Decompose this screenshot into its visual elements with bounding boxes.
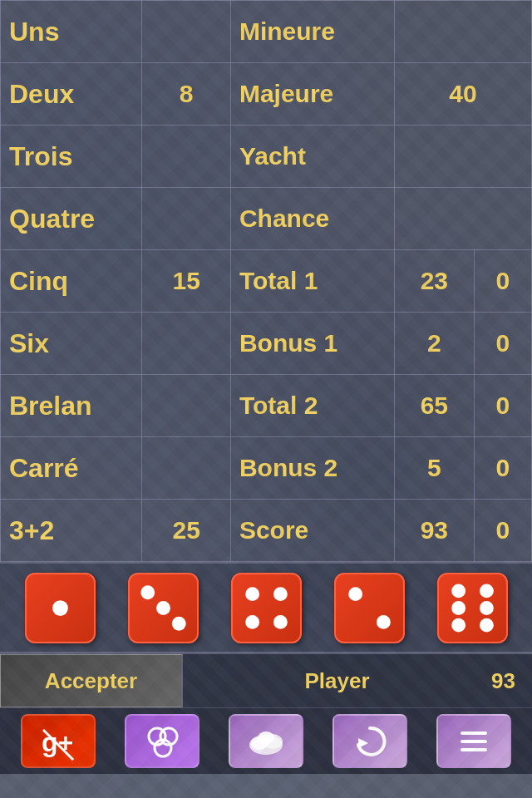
row-value-right[interactable]: 5 [394, 437, 474, 500]
svg-point-14 [451, 618, 466, 632]
svg-point-24 [258, 732, 274, 745]
score-table: UnsMineureDeux8Majeure40TroisYachtQuatre… [0, 0, 532, 562]
svg-rect-27 [461, 740, 487, 743]
row-value-right[interactable]: 40 [394, 63, 531, 126]
table-row: SixBonus 120 [1, 313, 532, 375]
table-row: QuatreChance [1, 188, 532, 250]
row-label-left[interactable]: Deux [1, 63, 142, 126]
row-value-left[interactable]: 25 [142, 500, 231, 562]
row-value-right[interactable] [394, 126, 531, 188]
table-row: 3+225Score930 [1, 500, 532, 562]
table-row: UnsMineure [1, 1, 532, 63]
svg-point-13 [479, 601, 493, 615]
row-label-left[interactable]: Quatre [1, 188, 142, 250]
die-2[interactable] [128, 573, 199, 643]
row-label-left[interactable]: Cinq [1, 250, 142, 313]
row-value-left[interactable]: 15 [142, 250, 231, 313]
row-value-right[interactable]: 65 [394, 375, 474, 437]
row-value-left[interactable]: 8 [142, 63, 231, 126]
row-label-right[interactable]: Total 2 [230, 375, 394, 437]
row-value-right[interactable]: 2 [394, 313, 474, 375]
table-row: CarréBonus 250 [1, 437, 532, 500]
dice-area [0, 562, 532, 653]
cloud-button[interactable] [229, 714, 303, 768]
app-background: UnsMineureDeux8Majeure40TroisYachtQuatre… [0, 0, 532, 798]
svg-point-10 [451, 584, 466, 598]
menu-icon [454, 722, 494, 761]
google-plus-icon: g+ [38, 722, 78, 761]
refresh-icon [350, 722, 390, 761]
row-label-left[interactable]: Trois [1, 126, 142, 188]
svg-point-6 [245, 614, 259, 628]
table-row: BrelanTotal 2650 [1, 375, 532, 437]
row-value-extra: 0 [474, 500, 531, 562]
row-value-right[interactable]: 93 [394, 500, 474, 562]
row-label-right[interactable]: Bonus 2 [230, 437, 394, 500]
svg-marker-25 [358, 738, 368, 748]
svg-point-9 [376, 614, 390, 628]
svg-point-8 [348, 587, 362, 601]
svg-point-3 [171, 616, 185, 630]
row-label-right[interactable]: Total 1 [230, 250, 394, 313]
row-value-left[interactable] [142, 188, 231, 250]
row-value-left[interactable] [142, 126, 231, 188]
player-bar: Accepter Player 93 [0, 653, 532, 707]
row-label-right[interactable]: Chance [230, 188, 394, 250]
svg-rect-26 [461, 732, 487, 735]
table-row: Deux8Majeure40 [1, 63, 532, 126]
menu-button[interactable] [436, 714, 511, 768]
player-score: 93 [491, 668, 532, 694]
table-row: TroisYacht [1, 126, 532, 188]
svg-point-12 [451, 601, 466, 615]
row-value-extra: 0 [474, 313, 531, 375]
svg-point-1 [140, 585, 155, 599]
row-label-right[interactable]: Mineure [230, 1, 394, 63]
google-plus-button[interactable]: g+ [21, 714, 96, 768]
die-4[interactable] [334, 573, 405, 643]
svg-rect-28 [461, 748, 487, 751]
row-label-right[interactable]: Bonus 1 [230, 313, 394, 375]
svg-point-5 [273, 587, 287, 601]
bottom-toolbar: g+ [0, 707, 532, 774]
svg-point-2 [156, 601, 170, 615]
row-label-left[interactable]: Carré [1, 437, 142, 500]
die-1[interactable] [25, 573, 96, 643]
row-value-right[interactable] [394, 1, 531, 63]
row-value-right[interactable] [394, 188, 531, 250]
circles-button[interactable] [125, 714, 200, 768]
row-value-extra: 0 [474, 437, 531, 500]
cloud-icon [244, 722, 288, 761]
row-value-extra: 0 [474, 375, 531, 437]
circles-icon [142, 722, 182, 761]
row-label-right[interactable]: Majeure [230, 63, 394, 126]
row-value-right[interactable]: 23 [394, 250, 474, 313]
row-label-left[interactable]: 3+2 [1, 500, 142, 562]
player-label: Player [183, 668, 491, 694]
row-label-left[interactable]: Brelan [1, 375, 142, 437]
table-row: Cinq15Total 1230 [1, 250, 532, 313]
row-label-right[interactable]: Score [230, 500, 394, 562]
row-value-left[interactable] [142, 437, 231, 500]
refresh-button[interactable] [332, 714, 407, 768]
row-value-left[interactable] [142, 1, 231, 63]
row-label-left[interactable]: Six [1, 313, 142, 375]
row-label-left[interactable]: Uns [1, 1, 142, 63]
svg-point-15 [479, 618, 493, 632]
svg-point-7 [273, 614, 287, 628]
svg-point-0 [52, 600, 68, 616]
svg-point-4 [245, 587, 259, 601]
row-value-extra: 0 [474, 250, 531, 313]
accept-button[interactable]: Accepter [0, 654, 183, 707]
accept-label: Accepter [45, 668, 137, 694]
svg-point-11 [479, 584, 493, 598]
die-3[interactable] [231, 573, 302, 643]
die-5[interactable] [437, 573, 508, 643]
row-value-left[interactable] [142, 313, 231, 375]
row-label-right[interactable]: Yacht [230, 126, 394, 188]
row-value-left[interactable] [142, 375, 231, 437]
